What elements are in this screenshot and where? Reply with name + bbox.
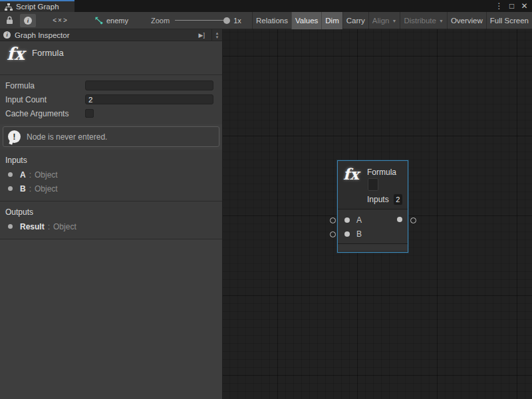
toolbar-button-align[interactable]: Align ▼	[368, 12, 400, 29]
graph-breadcrumb[interactable]: enemy	[94, 17, 128, 25]
zoom-slider-handle[interactable]	[223, 17, 230, 24]
close-icon[interactable]: ✕	[519, 0, 529, 12]
node-inputs-row: Inputs 2	[367, 194, 402, 205]
inspector-title: Graph Inspector	[15, 31, 192, 39]
input-port-a-icon[interactable]	[344, 217, 350, 223]
tab-script-graph[interactable]: Script Graph	[0, 0, 74, 12]
node-footer	[338, 243, 408, 251]
node-title: Formula	[367, 168, 396, 177]
node-port-row-b: B	[338, 227, 408, 241]
fx-icon: fx	[343, 165, 359, 183]
colon: :	[48, 222, 50, 231]
inspector-header: i Graph Inspector ▶] ▲ ▼	[0, 29, 222, 41]
input-port-b-icon[interactable]	[344, 231, 350, 237]
info-icon: i	[3, 31, 11, 39]
node-port-row-a: A	[338, 213, 408, 227]
port-row-b: B : Object	[0, 182, 222, 196]
toolbar-button-relations[interactable]: Relations	[252, 12, 291, 29]
maximize-icon[interactable]: □	[507, 0, 517, 12]
formula-node[interactable]: fx Formula Inputs 2 A B	[337, 160, 408, 253]
zoom-control: Zoom 1x	[151, 17, 241, 25]
graph-icon	[94, 17, 103, 25]
cache-arguments-label: Cache Arguments	[5, 109, 85, 118]
formula-input[interactable]	[85, 80, 213, 90]
unit-header: fx Formula	[0, 41, 222, 74]
lock-icon	[6, 16, 13, 25]
toolbar-button-distribute[interactable]: Distribute ▼	[400, 12, 447, 29]
cache-arguments-checkbox[interactable]	[85, 109, 94, 118]
panel-spinner[interactable]: ▲ ▼	[211, 29, 222, 41]
port-dot-icon	[8, 224, 13, 229]
inputs-section: Inputs A : Object B : Object	[0, 150, 222, 201]
external-port-result-icon[interactable]	[410, 217, 416, 223]
field-row-formula: Formula	[0, 78, 222, 92]
toolbar-button-values[interactable]: Values	[291, 12, 321, 29]
external-port-a-icon[interactable]	[330, 217, 336, 223]
port-dot-icon	[8, 172, 13, 177]
formula-label: Formula	[5, 81, 85, 90]
unit-fields: Formula Input Count Cache Arguments	[0, 75, 222, 124]
field-row-cache-arguments: Cache Arguments	[0, 106, 222, 120]
chevron-down-icon: ▼	[439, 19, 444, 23]
toolbar-button-fullscreen[interactable]: Full Screen	[486, 12, 532, 29]
port-row-a: A : Object	[0, 168, 222, 182]
warning-box: ! Node is never entered.	[3, 126, 219, 147]
output-port-result-icon[interactable]	[397, 217, 402, 222]
node-input-count-field[interactable]: 2	[394, 194, 402, 205]
node-inputs-label: Inputs	[367, 195, 389, 204]
port-row-result: Result : Object	[0, 219, 222, 233]
zoom-slider[interactable]	[175, 20, 228, 21]
chevron-down-icon: ▼	[392, 19, 396, 23]
warning-text: Node is never entered.	[27, 132, 107, 142]
outputs-section: Outputs Result : Object	[0, 201, 222, 239]
info-icon: i	[24, 17, 32, 25]
spinner-down-icon[interactable]: ▼	[215, 35, 219, 39]
inspector-toggle-button[interactable]: i	[20, 14, 36, 27]
hierarchy-icon	[5, 3, 13, 11]
dock-icon[interactable]: ▶]	[196, 32, 207, 39]
panel-empty-area	[0, 239, 222, 399]
window-controls: ⋮ □ ✕	[494, 0, 529, 12]
unit-title: Formula	[32, 48, 64, 58]
input-count-label: Input Count	[5, 95, 85, 104]
toolbar-button-carry[interactable]: Carry	[342, 12, 368, 29]
graph-name: enemy	[106, 17, 128, 25]
toolbar-toggles: Relations Values Dim Carry Align ▼ Distr…	[252, 12, 532, 29]
formula-node-ports: A B	[338, 209, 408, 243]
fx-icon: fx	[7, 44, 25, 64]
outputs-heading: Outputs	[0, 201, 222, 219]
colon: :	[29, 170, 31, 180]
inputs-heading: Inputs	[0, 150, 222, 168]
formula-node-header[interactable]: fx Formula Inputs 2	[338, 161, 408, 209]
zoom-label: Zoom	[151, 17, 170, 25]
kebab-menu-icon[interactable]: ⋮	[494, 0, 504, 12]
tab-bar: Script Graph ⋮ □ ✕	[0, 0, 532, 12]
port-dot-icon	[8, 186, 13, 191]
toolbar-button-overview[interactable]: Overview	[447, 12, 486, 29]
lock-button[interactable]	[3, 14, 16, 27]
colon: :	[29, 184, 31, 194]
graph-inspector-panel: i Graph Inspector ▶] ▲ ▼ fx Formula Form…	[0, 29, 223, 399]
warning-icon: !	[8, 130, 21, 143]
tab-title: Script Graph	[16, 3, 59, 11]
graph-toolbar: i <×> enemy Zoom 1x Relations Values Dim…	[0, 12, 532, 29]
code-preview-button[interactable]: <×>	[45, 14, 76, 27]
field-row-input-count: Input Count	[0, 92, 222, 106]
external-port-b-icon[interactable]	[330, 231, 336, 237]
input-count-input[interactable]	[85, 94, 213, 104]
toolbar-button-dim[interactable]: Dim	[321, 12, 342, 29]
zoom-value: 1x	[233, 17, 241, 25]
graph-canvas[interactable]: fx Formula Inputs 2 A B	[223, 29, 532, 399]
node-formula-field[interactable]	[368, 178, 378, 191]
